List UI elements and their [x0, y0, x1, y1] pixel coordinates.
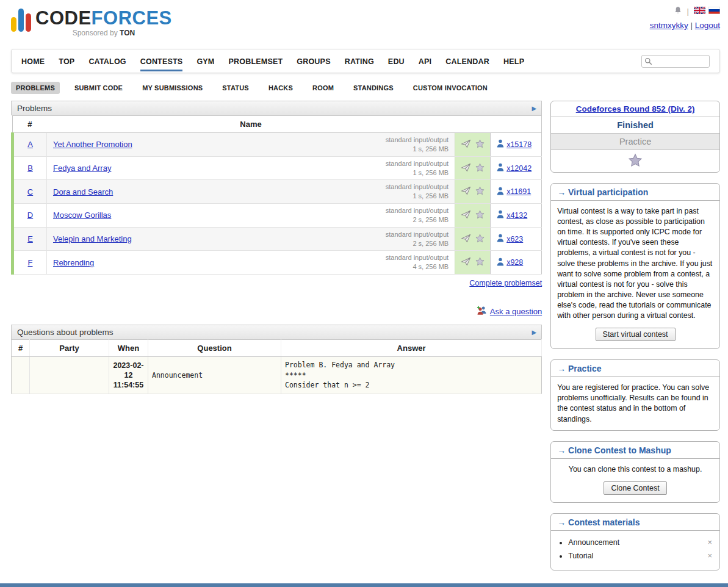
subnav-item-standings[interactable]: STANDINGS — [348, 82, 398, 94]
subnav-item-submit-code[interactable]: SUBMIT CODE — [70, 82, 128, 94]
problem-row: E Velepin and Marketing standard input/o… — [13, 227, 542, 251]
contest-favorite-star-icon[interactable] — [628, 160, 643, 169]
favorite-star-icon[interactable] — [475, 186, 485, 197]
favorite-star-icon[interactable] — [475, 210, 485, 221]
logo-text: CODEFORCES — [35, 9, 172, 27]
problems-col-actions — [455, 116, 491, 133]
start-virtual-contest-button[interactable]: Start virtual contest — [596, 328, 676, 341]
tutorial-link[interactable]: Tutorial — [568, 552, 593, 560]
contest-subnav: PROBLEMS SUBMIT CODE MY SUBMISSIONS STAT… — [11, 82, 720, 94]
subnav-item-custom-invocation[interactable]: CUSTOM INVOCATION — [408, 82, 492, 94]
nav-item-rating[interactable]: RATING — [345, 51, 374, 72]
nav-item-help[interactable]: HELP — [503, 51, 524, 72]
expand-arrow-icon[interactable]: ▶ — [532, 105, 536, 112]
person-icon — [497, 163, 504, 173]
solved-count-link[interactable]: x623 — [497, 234, 523, 244]
material-item: Tutorial × — [568, 549, 719, 563]
contest-info-box: Codeforces Round 852 (Div. 2) Finished P… — [550, 101, 720, 173]
close-icon[interactable]: × — [707, 551, 712, 560]
codeforces-logo[interactable]: CODEFORCES Sponsored by TON — [11, 4, 172, 37]
problem-index-link[interactable]: F — [28, 258, 33, 267]
solved-count-link[interactable]: x12042 — [497, 163, 532, 173]
virtual-participation-box: → Virtual participation Virtual contest … — [550, 183, 720, 349]
submit-plane-icon[interactable] — [461, 257, 471, 268]
clone-contest-button[interactable]: Clone Contest — [604, 481, 666, 495]
problem-index-link[interactable]: A — [27, 140, 33, 149]
subnav-item-hacks[interactable]: HACKS — [264, 82, 298, 94]
problem-name-link[interactable]: Rebrending — [53, 258, 94, 267]
subnav-item-room[interactable]: ROOM — [308, 82, 339, 94]
person-icon — [497, 210, 504, 220]
problem-index-link[interactable]: C — [27, 187, 33, 196]
problem-name-link[interactable]: Dora and Search — [53, 187, 113, 196]
person-icon — [497, 257, 504, 268]
questions-col-party: Party — [30, 340, 109, 357]
questions-table: # Party When Question Answer 2023-02-12 … — [11, 339, 542, 394]
favorite-star-icon[interactable] — [475, 163, 485, 174]
nav-item-catalog[interactable]: CATALOG — [88, 51, 126, 72]
solved-count-link[interactable]: x928 — [497, 257, 523, 268]
problem-name-link[interactable]: Moscow Gorillas — [53, 211, 111, 220]
username-link[interactable]: sntmxykky — [650, 21, 688, 30]
user-separator: | — [690, 21, 693, 30]
close-icon[interactable]: × — [707, 538, 712, 547]
subnav-item-my-submissions[interactable]: MY SUBMISSIONS — [137, 82, 207, 94]
subnav-item-problems[interactable]: PROBLEMS — [11, 82, 60, 94]
submit-plane-icon[interactable] — [461, 139, 471, 150]
bell-icon[interactable] — [674, 6, 682, 16]
problem-name-link[interactable]: Yet Another Promotion — [53, 140, 132, 149]
question-party — [30, 357, 109, 394]
announcement-link[interactable]: Announcement — [568, 538, 619, 547]
solved-count-link[interactable]: x11691 — [497, 187, 531, 197]
submit-plane-icon[interactable] — [461, 163, 471, 174]
problem-index-link[interactable]: B — [27, 164, 33, 173]
logout-link[interactable]: Logout — [695, 21, 720, 30]
submit-plane-icon[interactable] — [461, 186, 471, 197]
practice-box: → Practice You are registered for practi… — [550, 359, 720, 430]
main-menu: HOME TOP CATALOG CONTESTS GYM PROBLEMSET… — [11, 49, 720, 73]
nav-item-edu[interactable]: EDU — [388, 51, 405, 72]
clone-mashup-box: → Clone Contest to Mashup You can clone … — [550, 441, 720, 503]
practice-title: → Practice — [551, 360, 719, 377]
problem-index-link[interactable]: E — [27, 234, 33, 243]
problem-constraints: standard input/output2 s, 256 MB — [386, 206, 449, 225]
logo-bars-icon — [11, 9, 31, 32]
contest-status: Finished — [551, 117, 719, 134]
problem-name-link[interactable]: Velepin and Marketing — [53, 234, 132, 243]
problem-row: A Yet Another Promotion standard input/o… — [13, 133, 542, 157]
complete-problemset-link[interactable]: Complete problemset — [469, 279, 542, 287]
nav-item-gym[interactable]: GYM — [196, 51, 214, 72]
solved-count-link[interactable]: x4132 — [497, 210, 527, 220]
contest-materials-box: → Contest materials Announcement × Tutor… — [550, 513, 720, 571]
problem-index-link[interactable]: D — [27, 211, 33, 220]
nav-item-home[interactable]: HOME — [21, 51, 45, 72]
english-flag-icon[interactable] — [694, 7, 705, 16]
questions-col-answer: Answer — [281, 340, 542, 357]
question-text: Announcement — [148, 357, 281, 394]
nav-item-groups[interactable]: GROUPS — [297, 51, 330, 72]
nav-item-api[interactable]: API — [419, 51, 431, 72]
nav-item-top[interactable]: TOP — [59, 51, 74, 72]
nav-item-calendar[interactable]: CALENDAR — [445, 51, 489, 72]
problems-table: # Name A Yet Another Promotion sta — [11, 115, 542, 275]
problem-row: B Fedya and Array standard input/output1… — [13, 156, 542, 180]
submit-plane-icon[interactable] — [461, 234, 471, 245]
problem-name-link[interactable]: Fedya and Array — [53, 164, 111, 173]
nav-item-contests[interactable]: CONTESTS — [140, 51, 183, 72]
favorite-star-icon[interactable] — [475, 234, 485, 245]
solved-count-link[interactable]: x15178 — [497, 139, 532, 149]
submit-plane-icon[interactable] — [461, 210, 471, 221]
nav-item-problemset[interactable]: PROBLEMSET — [228, 51, 283, 72]
favorite-star-icon[interactable] — [475, 257, 485, 268]
ask-question-link[interactable]: Ask a question — [490, 307, 542, 316]
problems-section: Problems ▶ # Name — [11, 101, 542, 287]
russian-flag-icon[interactable] — [708, 7, 720, 16]
header-separator: | — [687, 7, 689, 16]
expand-arrow-icon[interactable]: ▶ — [532, 329, 536, 336]
questions-caption: Questions about problems — [17, 328, 114, 337]
subnav-item-status[interactable]: STATUS — [217, 82, 254, 94]
favorite-star-icon[interactable] — [475, 139, 485, 150]
question-when: 2023-02-12 11:54:55 — [109, 357, 148, 394]
question-num — [12, 357, 30, 394]
contest-title-link[interactable]: Codeforces Round 852 (Div. 2) — [576, 104, 695, 113]
